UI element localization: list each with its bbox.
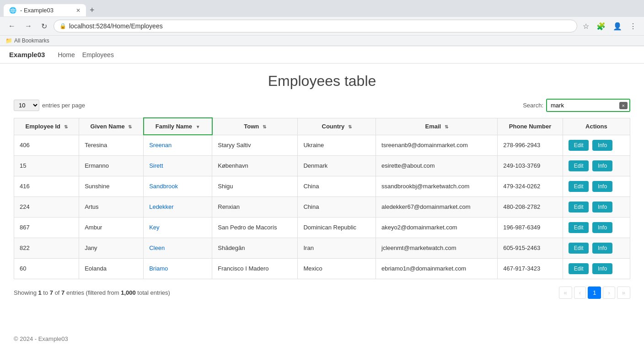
info-button[interactable]: Info	[592, 160, 612, 171]
family-name-link[interactable]: Sirett	[149, 162, 163, 169]
cell-phone: 467-917-3423	[498, 258, 563, 279]
cell-family-name: Ledekker	[144, 196, 212, 217]
cell-given-name: Jany	[79, 238, 144, 258]
url-input[interactable]	[69, 22, 571, 30]
bookmarks-folder-icon: 📁	[5, 37, 12, 44]
pagination-next[interactable]: ›	[603, 287, 615, 299]
edit-button[interactable]: Edit	[569, 263, 589, 274]
cell-family-name: Key	[144, 217, 212, 238]
cell-email: ebriamo1n@domainmarket.com	[376, 258, 498, 279]
info-button[interactable]: Info	[592, 243, 612, 254]
toolbar-icons: ☆ 🧩 👤 ⋮	[581, 20, 639, 32]
back-button[interactable]: ←	[5, 20, 18, 32]
cell-family-name: Cleen	[144, 238, 212, 258]
cell-phone: 278-996-2943	[498, 135, 563, 155]
col-family-name[interactable]: Family Name ▼	[144, 118, 212, 135]
cell-employee-id: 406	[14, 135, 79, 155]
col-employee-id[interactable]: Employee Id ⇅	[14, 118, 79, 135]
cell-town: Renxian	[212, 196, 298, 217]
cell-country: Iran	[298, 238, 376, 258]
cell-actions: Edit Info	[563, 196, 630, 217]
edit-button[interactable]: Edit	[569, 181, 589, 192]
info-button[interactable]: Info	[592, 222, 612, 233]
pagination-page1[interactable]: 1	[588, 287, 601, 299]
nav-employees[interactable]: Employees	[82, 51, 114, 58]
info-button[interactable]: Info	[592, 263, 612, 274]
star-icon[interactable]: ☆	[581, 20, 591, 32]
sort-icon-email: ⇅	[445, 124, 448, 129]
app-footer: © 2024 - Example03	[0, 326, 644, 351]
menu-icon[interactable]: ⋮	[628, 20, 639, 32]
info-button[interactable]: Info	[592, 181, 612, 192]
cell-email: jcleenmt@marketwatch.com	[376, 238, 498, 258]
tab-bar: 🌐 - Example03 ✕ +	[0, 0, 644, 17]
cell-town: San Pedro de Macorís	[212, 217, 298, 238]
cell-email: tsreenanb9@domainmarket.com	[376, 135, 498, 155]
family-name-link[interactable]: Sandbrook	[149, 183, 178, 190]
extension-icon[interactable]: 🧩	[595, 20, 607, 32]
family-name-link[interactable]: Briamo	[149, 265, 168, 272]
family-name-link[interactable]: Ledekker	[149, 203, 173, 210]
cell-employee-id: 867	[14, 217, 79, 238]
tab-close-button[interactable]: ✕	[76, 7, 80, 14]
col-given-name[interactable]: Given Name ⇅	[79, 118, 144, 135]
cell-town: Shādegān	[212, 238, 298, 258]
cell-phone: 605-915-2463	[498, 238, 563, 258]
cell-family-name: Briamo	[144, 258, 212, 279]
cell-country: Dominican Republic	[298, 217, 376, 238]
cell-given-name: Ambur	[79, 217, 144, 238]
forward-button[interactable]: →	[22, 20, 35, 32]
entries-control: 10 25 50 100 entries per page	[14, 100, 85, 111]
employees-table: Employee Id ⇅ Given Name ⇅ Family Name ▼…	[14, 117, 630, 279]
table-row: 867 Ambur Key San Pedro de Macorís Domin…	[14, 217, 630, 238]
nav-home[interactable]: Home	[58, 51, 75, 58]
active-tab[interactable]: 🌐 - Example03 ✕	[4, 4, 86, 16]
info-button[interactable]: Info	[592, 202, 612, 212]
cell-email: aledekker67@domainmarket.com	[376, 196, 498, 217]
lock-icon: 🔒	[59, 23, 66, 29]
edit-button[interactable]: Edit	[569, 140, 589, 151]
col-email[interactable]: Email ⇅	[376, 118, 498, 135]
col-actions: Actions	[563, 118, 630, 135]
cell-email: esirette@about.com	[376, 155, 498, 176]
family-name-link[interactable]: Key	[149, 224, 159, 231]
address-bar[interactable]: 🔒	[54, 20, 577, 32]
edit-button[interactable]: Edit	[569, 222, 589, 233]
pagination-last[interactable]: »	[617, 287, 630, 299]
search-clear-button[interactable]: ×	[619, 102, 628, 109]
cell-actions: Edit Info	[563, 258, 630, 279]
col-town[interactable]: Town ⇅	[212, 118, 298, 135]
search-input[interactable]	[547, 100, 629, 111]
browser-chrome: 🌐 - Example03 ✕ + ← → ↻ 🔒 ☆ 🧩 👤 ⋮ 📁 All …	[0, 0, 644, 46]
app-header: Example03 Home Employees	[0, 46, 644, 64]
family-name-link[interactable]: Cleen	[149, 244, 165, 251]
col-country[interactable]: Country ⇅	[298, 118, 376, 135]
entries-label: entries per page	[42, 102, 85, 109]
edit-button[interactable]: Edit	[569, 202, 589, 212]
cell-actions: Edit Info	[563, 135, 630, 155]
reload-button[interactable]: ↻	[38, 20, 50, 32]
pagination-first[interactable]: «	[559, 287, 572, 299]
family-name-link[interactable]: Sreenan	[149, 142, 172, 149]
search-wrapper: ×	[546, 99, 630, 112]
pagination-prev[interactable]: ‹	[574, 287, 586, 299]
new-tab-button[interactable]: +	[86, 4, 98, 17]
edit-button[interactable]: Edit	[569, 160, 589, 171]
cell-phone: 196-987-6349	[498, 217, 563, 238]
cell-employee-id: 224	[14, 196, 79, 217]
bookmarks-label[interactable]: All Bookmarks	[14, 37, 49, 44]
profile-icon[interactable]: 👤	[611, 20, 624, 32]
info-button[interactable]: Info	[592, 140, 612, 151]
cell-employee-id: 15	[14, 155, 79, 176]
table-row: 406 Teresina Sreenan Staryy Saltiv Ukrai…	[14, 135, 630, 155]
sort-icon-employee-id: ⇅	[64, 124, 68, 129]
cell-given-name: Teresina	[79, 135, 144, 155]
col-phone[interactable]: Phone Number	[498, 118, 563, 135]
cell-given-name: Sunshine	[79, 176, 144, 196]
cell-country: Denmark	[298, 155, 376, 176]
entries-select[interactable]: 10 25 50 100	[14, 100, 39, 111]
edit-button[interactable]: Edit	[569, 243, 589, 254]
table-controls: 10 25 50 100 entries per page Search: ×	[14, 99, 630, 112]
table-info: Showing 1 to 7 of 7 entries (filtered fr…	[14, 289, 170, 296]
cell-family-name: Sirett	[144, 155, 212, 176]
